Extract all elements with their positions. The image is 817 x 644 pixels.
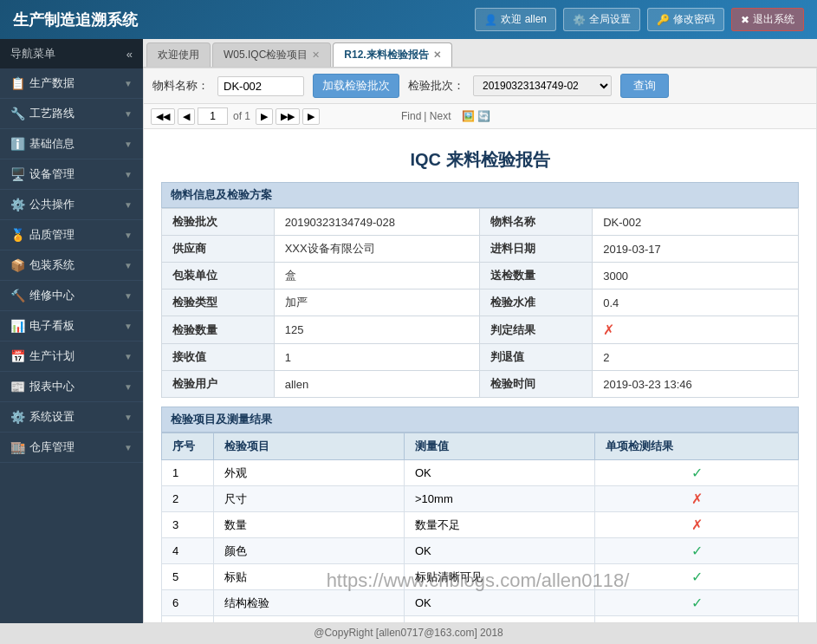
top-header: 生产制造追溯系统 👤 欢迎 allen ⚙️ 全局设置 🔑 修改密码 ✖ 退出系… (0, 0, 817, 39)
section2-header: 检验项目及测量结果 (161, 407, 799, 433)
production-data-icon: 📋 (10, 76, 24, 90)
sidebar-item-packaging[interactable]: 📦 包装系统 ▼ (0, 250, 143, 281)
accept-label: 接收值 (162, 344, 275, 371)
page-dropdown-icon[interactable]: 🖼️ (462, 110, 475, 122)
copyright-text: @CopyRight [allen0717@163.com] 2018 (314, 627, 503, 639)
tab-r12[interactable]: R12.来料检验报告 ✕ (333, 42, 451, 67)
col-header-0: 序号 (162, 433, 214, 460)
cell-result: ✓ (595, 538, 799, 564)
insp-type-label: 检验类型 (162, 289, 275, 316)
insp-qty-value: 125 (274, 316, 480, 344)
sidebar-title: 导航菜单 (10, 46, 55, 62)
sidebar-collapse-icon[interactable]: « (126, 48, 133, 61)
sidebar-item-production-data[interactable]: 📋 生产数据 ▼ (0, 68, 143, 99)
send-qty-value: 3000 (593, 263, 799, 289)
batch-select[interactable]: 20190323134749-02 (473, 75, 612, 96)
query-btn[interactable]: 查询 (620, 74, 669, 98)
cell-result: ✓ (595, 590, 799, 616)
sidebar-item-equipment-mgmt[interactable]: 🖥️ 设备管理 ▼ (0, 159, 143, 190)
logout-icon: ✖ (741, 14, 749, 26)
supplier-value: XXX设备有限公司 (274, 236, 480, 263)
table-row: 2尺寸>10mm✗ (162, 486, 799, 512)
chevron-down-icon: ▼ (124, 261, 133, 270)
app-title: 生产制造追溯系统 (13, 10, 138, 30)
last-page-btn[interactable]: ▶▶ (276, 108, 300, 125)
sidebar-item-public-ops[interactable]: ⚙️ 公共操作 ▼ (0, 190, 143, 220)
judgment-value: ✗ (593, 316, 799, 344)
logout-btn[interactable]: ✖ 退出系统 (731, 8, 804, 31)
tab-w05-close[interactable]: ✕ (312, 49, 320, 61)
chevron-down-icon: ▼ (124, 443, 133, 452)
material-name-value: DK-002 (593, 209, 799, 236)
arrival-date-label: 进料日期 (480, 236, 593, 263)
cell-result: ✗ (595, 486, 799, 512)
reject-value: 2 (593, 344, 799, 371)
global-settings-btn[interactable]: ⚙️ 全局设置 (563, 8, 640, 31)
sidebar-item-e-kanban[interactable]: 📊 电子看板 ▼ (0, 311, 143, 342)
chevron-down-icon: ▼ (124, 291, 133, 301)
load-batch-btn[interactable]: 加载检验批次 (313, 74, 399, 98)
cell-no: 4 (162, 538, 214, 564)
table-row: 7电气特性检验OK✓ (162, 616, 799, 624)
pagination-bar: ◀◀ ◀ of 1 ▶ ▶▶ ▶ Find | Next 🖼️ 🔄 (144, 104, 816, 129)
process-route-icon: 🔧 (10, 107, 24, 120)
table-row: 3数量数量不足✗ (162, 512, 799, 538)
insp-level-label: 检验水准 (480, 289, 593, 316)
section1-header: 物料信息及检验方案 (161, 182, 799, 208)
cell-result: ✓ (595, 616, 799, 624)
prev-page-btn[interactable]: ◀ (178, 108, 195, 125)
change-password-btn[interactable]: 🔑 修改密码 (647, 8, 724, 31)
cell-value: OK (405, 616, 595, 624)
main-layout: 导航菜单 « 📋 生产数据 ▼ 🔧 工艺路线 ▼ ℹ️ 基础信息 ▼ (0, 39, 817, 623)
judgment-fail-icon: ✗ (603, 322, 614, 337)
next-page-btn[interactable]: ▶ (256, 108, 273, 125)
col-header-3: 单项检测结果 (595, 433, 799, 460)
header-buttons: 👤 欢迎 allen ⚙️ 全局设置 🔑 修改密码 ✖ 退出系统 (475, 8, 804, 31)
report-container: 物料名称： 加载检验批次 检验批次： 20190323134749-02 查询 … (143, 68, 817, 623)
cell-no: 6 (162, 590, 214, 616)
sidebar-item-sys-settings[interactable]: ⚙️ 系统设置 ▼ (0, 402, 143, 433)
page-of-label: of 1 (233, 110, 250, 122)
cell-result: ✓ (595, 564, 799, 590)
first-page-btn[interactable]: ◀◀ (151, 108, 175, 125)
accept-value: 1 (274, 344, 480, 371)
find-label: Find (401, 110, 421, 122)
page-number-input[interactable] (198, 107, 228, 125)
page-extra-btn[interactable]: ▶ (302, 108, 320, 125)
pass-icon: ✓ (691, 595, 703, 610)
sidebar-item-report-center[interactable]: 📰 报表中心 ▼ (0, 372, 143, 402)
chevron-down-icon: ▼ (124, 170, 133, 179)
material-input[interactable] (217, 76, 304, 96)
batch-no-value: 20190323134749-028 (274, 209, 480, 236)
welcome-btn[interactable]: 👤 欢迎 allen (475, 8, 556, 31)
batch-no-label: 检验批次 (162, 209, 275, 236)
tab-r12-close[interactable]: ✕ (433, 49, 441, 61)
tabs-bar: 欢迎使用 W05.IQC检验项目 ✕ R12.来料检验报告 ✕ (143, 39, 817, 68)
content-area: 欢迎使用 W05.IQC检验项目 ✕ R12.来料检验报告 ✕ 物料名称： 加载… (143, 39, 817, 623)
cell-item: 颜色 (214, 538, 405, 564)
refresh-icon[interactable]: 🔄 (477, 110, 490, 122)
maintenance-icon: 🔨 (10, 289, 24, 302)
sidebar-item-warehouse-mgmt[interactable]: 🏬 仓库管理 ▼ (0, 433, 143, 463)
arrival-date-value: 2019-03-17 (593, 236, 799, 263)
sidebar: 导航菜单 « 📋 生产数据 ▼ 🔧 工艺路线 ▼ ℹ️ 基础信息 ▼ (0, 39, 143, 623)
insp-time-label: 检验时间 (480, 371, 593, 398)
cell-no: 2 (162, 486, 214, 512)
sidebar-item-basic-info[interactable]: ℹ️ 基础信息 ▼ (0, 129, 143, 159)
cell-result: ✗ (595, 512, 799, 538)
sidebar-item-process-route[interactable]: 🔧 工艺路线 ▼ (0, 99, 143, 129)
ekanban-icon: 📊 (10, 319, 24, 333)
cell-value: 标贴清晰可见 (405, 564, 595, 590)
cell-value: 数量不足 (405, 512, 595, 538)
fail-icon: ✗ (691, 517, 703, 532)
cell-item: 标贴 (214, 564, 405, 590)
find-next-label[interactable]: | Next (424, 110, 451, 122)
sidebar-item-quality-mgmt[interactable]: 🏅 品质管理 ▼ (0, 220, 143, 250)
sidebar-item-maintenance[interactable]: 🔨 维修中心 ▼ (0, 281, 143, 311)
tab-welcome[interactable]: 欢迎使用 (146, 42, 211, 67)
settings-icon: ⚙️ (573, 14, 586, 26)
sidebar-item-production-plan[interactable]: 📅 生产计划 ▼ (0, 342, 143, 372)
chevron-down-icon: ▼ (124, 140, 133, 149)
tab-w05[interactable]: W05.IQC检验项目 ✕ (212, 42, 331, 67)
user-icon: 👤 (484, 14, 497, 26)
